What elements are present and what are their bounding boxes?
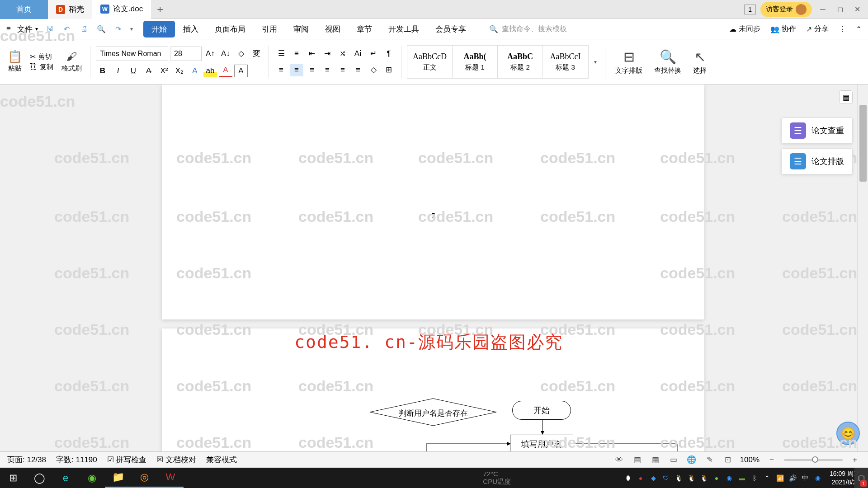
outline-view-icon[interactable]: ▦ (650, 454, 661, 466)
bullet-list-icon[interactable]: ☰ (274, 47, 288, 60)
annotate-icon[interactable]: ✎ (704, 454, 716, 466)
sort-icon[interactable]: Aⅰ (351, 47, 365, 60)
notification-center[interactable]: ▢ 1 (854, 468, 868, 488)
help-button[interactable]: 😊 (836, 422, 860, 445)
zoom-level[interactable]: 100% (740, 455, 760, 465)
paste-label[interactable]: 粘贴 (8, 64, 22, 73)
vertical-scrollbar[interactable] (857, 84, 868, 451)
select-button[interactable]: ↖选择 (689, 49, 711, 75)
tab-docer[interactable]: D 稻壳 (48, 0, 92, 19)
phonetic-icon[interactable]: 変 (250, 47, 263, 60)
wifi-icon[interactable]: 📶 (774, 473, 785, 483)
text-layout-button[interactable]: ⊟文字排版 (611, 49, 647, 75)
strikethrough-button[interactable]: A̶ (142, 65, 156, 77)
qat-dropdown-icon[interactable]: ▾ (130, 26, 133, 32)
paper-layout-button[interactable]: ☰ 论文排版 (781, 148, 853, 174)
panel-toggle-icon[interactable]: ▤ (839, 90, 853, 104)
tray-icon[interactable]: 🛡 (660, 473, 671, 483)
align-right-icon[interactable]: ≡ (305, 64, 319, 76)
font-color-button[interactable]: A (219, 65, 232, 77)
plagiarism-check-button[interactable]: ☰ 论文查重 (781, 117, 853, 144)
zoom-in-icon[interactable]: + (849, 454, 861, 466)
decrease-indent-icon[interactable]: ⇤ (305, 47, 319, 60)
show-marks-icon[interactable]: ¶ (382, 47, 396, 60)
tab-layout[interactable]: 页面布局 (207, 21, 254, 38)
hamburger-icon[interactable]: ≡ (6, 24, 11, 33)
page-view-icon[interactable]: ▤ (632, 454, 643, 466)
preview-icon[interactable]: 🔍 (96, 23, 107, 34)
maximize-button[interactable]: ◻ (834, 3, 846, 16)
app-icon[interactable]: ◎ (131, 468, 157, 488)
format-painter-label[interactable]: 格式刷 (61, 64, 82, 73)
tab-devtools[interactable]: 开发工具 (380, 21, 427, 38)
tab-chapter[interactable]: 章节 (349, 21, 380, 38)
fit-page-icon[interactable]: ⊡ (722, 454, 734, 466)
style-heading3[interactable]: AaBbCcI标题 3 (543, 46, 588, 78)
tray-icon[interactable]: 🐧 (698, 473, 709, 483)
start-button[interactable]: ⊞ (0, 468, 26, 488)
wps-icon[interactable]: W (157, 468, 184, 488)
font-name-select[interactable] (96, 47, 168, 61)
doc-proofing[interactable]: ☒ 文档校对 (156, 455, 196, 465)
char-border-button[interactable]: A (234, 65, 248, 77)
browser-icon[interactable]: ◉ (79, 468, 105, 488)
tab-document[interactable]: W 论文.doc (92, 0, 151, 19)
eye-icon[interactable]: 👁 (613, 454, 625, 466)
sync-button[interactable]: ☁未同步 (729, 24, 760, 34)
superscript-button[interactable]: X² (157, 65, 171, 77)
spell-check[interactable]: ☑ 拼写检查 (107, 455, 147, 465)
bold-button[interactable]: B (96, 65, 109, 77)
redo-icon[interactable]: ↷ (113, 23, 124, 34)
tab-home[interactable]: 首页 (0, 0, 48, 19)
increase-indent-icon[interactable]: ⇥ (321, 47, 334, 60)
ie-icon[interactable]: e (52, 468, 79, 488)
number-list-icon[interactable]: ≡ (290, 47, 303, 60)
increase-font-icon[interactable]: A↑ (203, 47, 217, 60)
zoom-thumb[interactable] (812, 456, 818, 463)
scrollbar-thumb[interactable] (859, 105, 867, 182)
cut-button[interactable]: ✂剪切 (30, 52, 52, 61)
shading-icon[interactable]: ◇ (367, 64, 380, 76)
word-count[interactable]: 字数: 11190 (56, 455, 97, 465)
explorer-icon[interactable]: 📁 (105, 468, 131, 488)
line-spacing-icon[interactable]: ≡ (351, 64, 365, 76)
close-button[interactable]: ✕ (851, 3, 863, 16)
tray-icon[interactable]: ◉ (724, 473, 735, 483)
style-heading1[interactable]: AaBb(标题 1 (453, 46, 498, 78)
clear-format-icon[interactable]: ◇ (234, 47, 248, 60)
decrease-font-icon[interactable]: A↓ (219, 47, 232, 60)
border-icon[interactable]: ⊞ (382, 64, 396, 76)
volume-icon[interactable]: 🔊 (787, 473, 798, 483)
find-replace-button[interactable]: 🔍查找替换 (650, 49, 686, 75)
document-area[interactable]: 7 code51. cn-源码乐园盗图必究 开始 填写用户名 提示用户名已存在 … (0, 84, 857, 468)
style-more-icon[interactable]: ▾ (591, 59, 599, 65)
collapse-ribbon-icon[interactable]: ⌃ (856, 25, 862, 33)
style-heading2[interactable]: AaBbC标题 2 (498, 46, 543, 78)
tray-icon[interactable]: ● (635, 473, 646, 483)
tray-icon[interactable]: ⬮ (623, 473, 633, 483)
more-icon[interactable]: ⋮ (839, 25, 846, 33)
zoom-slider[interactable] (784, 459, 843, 461)
minimize-button[interactable]: ─ (816, 3, 829, 16)
file-menu[interactable]: 文件 ▾ (17, 24, 38, 34)
tray-icon[interactable]: 🐧 (686, 473, 697, 483)
font-size-select[interactable] (170, 47, 202, 61)
ime-icon[interactable]: 中 (800, 473, 811, 483)
save-icon[interactable]: 🖫 (44, 23, 55, 34)
tab-vip[interactable]: 会员专享 (427, 21, 474, 38)
zoom-out-icon[interactable]: − (766, 454, 778, 466)
distribute-icon[interactable]: ≡ (336, 64, 349, 76)
tray-icon[interactable]: ◉ (812, 473, 823, 483)
asian-layout-icon[interactable]: ⤭ (336, 47, 349, 60)
text-effect-button[interactable]: A (188, 65, 202, 77)
line-break-icon[interactable]: ↵ (367, 47, 380, 60)
bluetooth-icon[interactable]: ᛒ (749, 473, 760, 483)
style-normal[interactable]: AaBbCcD正文 (407, 46, 453, 78)
page-indicator[interactable]: 页面: 12/38 (7, 455, 46, 465)
tab-start[interactable]: 开始 (143, 21, 175, 38)
align-left-icon[interactable]: ≡ (274, 64, 288, 76)
tab-reference[interactable]: 引用 (254, 21, 285, 38)
window-indicator[interactable]: 1 (744, 5, 756, 14)
tab-view[interactable]: 视图 (317, 21, 349, 38)
share-button[interactable]: ↗分享 (806, 24, 829, 34)
